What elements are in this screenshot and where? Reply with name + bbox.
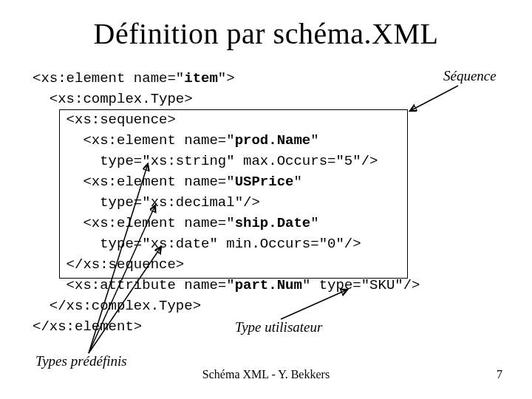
footer-author: Schéma XML - Y. Bekkers [0,368,532,381]
slide: Définition par schéma.XML <xs:element na… [0,0,532,399]
code-line: </xs:sequence> [33,256,184,273]
annotation-sequence: Séquence [443,68,497,84]
code-line: type="xs:date" min.Occurs="0"/> [33,236,361,252]
code-line: type="xs:string" max.Occurs="5"/> [33,153,378,169]
slide-title: Définition par schéma.XML [0,16,532,51]
code-line: <xs:element name="item"> [33,70,235,86]
code-line: <xs:element name="ship.Date" [33,215,319,231]
code-line: <xs:complex.Type> [33,91,193,107]
code-line: </xs:complex.Type> [33,298,201,314]
code-block: <xs:element name="item"> <xs:complex.Typ… [33,68,420,337]
annotation-types-predefinis: Types prédéfinis [35,353,127,369]
code-line: <xs:element name="prod.Name" [33,132,319,149]
code-line: </xs:element> [33,318,142,335]
code-line: type="xs:decimal"/> [33,194,260,211]
code-line: <xs:element name="USPrice" [33,174,302,190]
code-line: <xs:attribute name="part.Num" type="SKU"… [33,277,420,293]
footer-page-number: 7 [497,368,502,381]
code-line: <xs:sequence> [33,112,176,128]
annotation-type-utilisateur: Type utilisateur [235,319,322,335]
